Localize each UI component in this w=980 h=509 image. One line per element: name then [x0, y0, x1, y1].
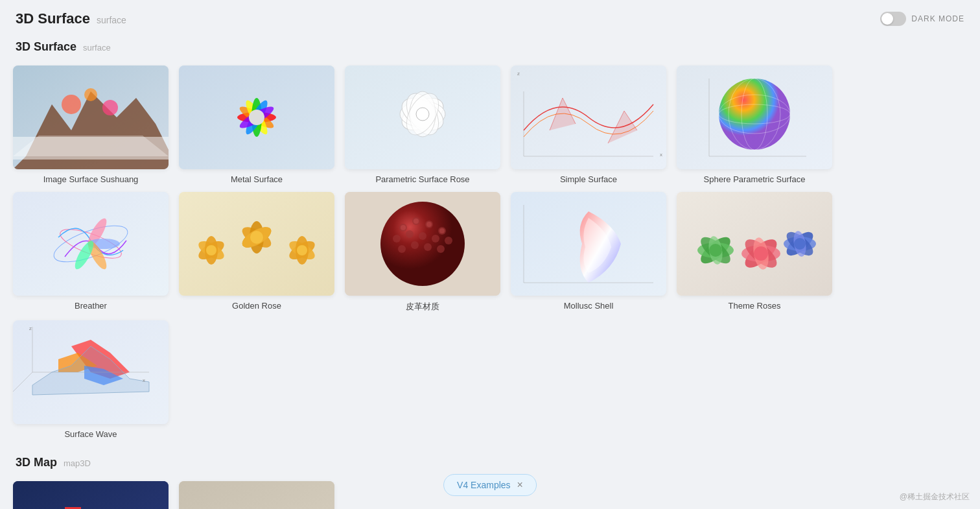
svg-point-59 [380, 202, 465, 286]
gallery-item-wood-city[interactable]: Wood City [179, 481, 334, 509]
gallery-item-theme-roses[interactable]: Theme Roses [677, 192, 832, 313]
svg-rect-116 [179, 481, 334, 509]
dark-mode-area: DARK MODE [880, 12, 964, 26]
svg-point-3 [62, 95, 81, 114]
gallery-item-parametric-rose[interactable]: Parametric Surface Rose [345, 65, 500, 184]
svg-point-64 [393, 235, 401, 243]
gallery-item-golden-rose[interactable]: Golden Rose [179, 192, 334, 313]
label-image-surface: Image Surface Sushuang [43, 174, 139, 184]
label-breather: Breather [75, 301, 107, 311]
svg-point-85 [709, 244, 722, 257]
svg-point-68 [445, 237, 452, 244]
svg-point-57 [297, 245, 307, 255]
svg-point-67 [432, 235, 439, 243]
thumb-parametric-rose [345, 65, 500, 169]
v4-close-button[interactable]: × [517, 480, 523, 490]
svg-point-90 [754, 246, 768, 261]
section-title-map3d: 3D Map [16, 456, 57, 469]
label-parametric-rose: Parametric Surface Rose [375, 174, 469, 184]
gallery-item-mollusc[interactable]: Mollusc Shell [511, 192, 666, 313]
gallery-item-simple-surface[interactable]: x z Simple Surface [511, 65, 666, 184]
svg-point-30 [719, 78, 790, 150]
page-title: 3D Surface surface [16, 10, 126, 27]
thumb-breather [13, 192, 169, 296]
title-text: 3D Surface [16, 10, 90, 27]
svg-point-65 [406, 230, 414, 238]
label-surface-wave: Surface Wave [64, 429, 117, 439]
gallery-surface: Image Surface Sushuang [0, 59, 980, 448]
thumb-simple-surface: x z [511, 65, 666, 169]
toggle-knob [881, 13, 893, 25]
section-header-surface: 3D Surface surface [0, 32, 980, 59]
thumb-sphere [677, 65, 832, 169]
section-sub-surface: surface [83, 43, 111, 53]
label-theme-roses: Theme Roses [729, 301, 781, 311]
svg-point-70 [411, 241, 419, 249]
svg-point-48 [206, 245, 216, 255]
svg-rect-102 [13, 481, 169, 509]
title-subtitle: surface [97, 15, 126, 25]
thumb-surface-wave: x z [13, 320, 169, 424]
dark-mode-toggle[interactable] [880, 12, 906, 26]
gallery-item-breather[interactable]: Breather [13, 192, 169, 313]
dark-mode-label: DARK MODE [911, 14, 964, 23]
thumb-buildings [13, 481, 169, 509]
section-header-map3d: 3D Map map3D [0, 448, 980, 475]
v4-examples-label: V4 Examples [457, 480, 510, 490]
gallery-item-metal-surface[interactable]: Metal Surface [179, 65, 334, 184]
label-metal-surface: Metal Surface [231, 174, 283, 184]
svg-point-53 [250, 231, 263, 244]
svg-point-75 [426, 222, 432, 227]
thumb-metal-surface [179, 65, 334, 169]
label-simple-surface: Simple Surface [560, 174, 617, 184]
svg-point-23 [416, 108, 429, 121]
thumb-leather [345, 192, 500, 296]
svg-point-74 [414, 219, 419, 224]
label-mollusc: Mollusc Shell [564, 301, 614, 311]
thumb-golden-rose [179, 192, 334, 296]
label-leather: 皮革材质 [406, 301, 439, 313]
gallery-item-leather[interactable]: 皮革材质 [345, 192, 500, 313]
gallery-item-image-surface[interactable]: Image Surface Sushuang [13, 65, 169, 184]
svg-point-15 [249, 110, 264, 125]
svg-point-72 [437, 245, 445, 253]
thumb-wood-city [179, 481, 334, 509]
v4-examples-banner[interactable]: V4 Examples × [443, 474, 537, 496]
gallery-item-sphere[interactable]: Sphere Parametric Surface [677, 65, 832, 184]
thumb-image-surface [13, 65, 169, 169]
thumb-theme-roses [677, 192, 832, 296]
thumb-mollusc [511, 192, 666, 296]
svg-point-95 [794, 238, 806, 250]
label-sphere: Sphere Parametric Surface [704, 174, 806, 184]
svg-point-66 [419, 232, 426, 240]
svg-text:x: x [143, 377, 145, 383]
gallery-item-surface-wave[interactable]: x z Surface Wave [13, 320, 169, 439]
svg-point-69 [398, 245, 406, 253]
page-header: 3D Surface surface DARK MODE [0, 0, 980, 32]
svg-point-4 [84, 88, 97, 101]
svg-point-5 [102, 100, 118, 115]
svg-marker-7 [13, 136, 169, 156]
svg-point-73 [401, 225, 406, 230]
section-title-surface: 3D Surface [16, 40, 76, 54]
svg-point-76 [439, 228, 445, 233]
svg-text:z: z [517, 71, 520, 77]
gallery-item-buildings[interactable]: Buildings [13, 481, 169, 509]
label-golden-rose: Golden Rose [232, 301, 281, 311]
svg-text:z: z [29, 326, 32, 331]
svg-text:x: x [660, 152, 662, 158]
svg-point-71 [424, 243, 432, 251]
section-sub-map3d: map3D [64, 458, 91, 468]
